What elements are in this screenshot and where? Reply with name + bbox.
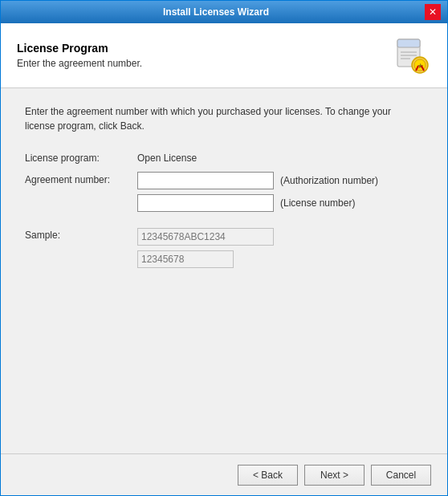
agreement-number-label: Agreement number: [25,172,137,185]
header-section: License Program Enter the agreement numb… [1,23,447,88]
sample-inputs [137,228,274,268]
license-hint: (License number) [280,197,355,209]
sample-input-1 [137,228,274,246]
description-text: Enter the agreement number with which yo… [25,104,423,133]
sample-label: Sample: [25,228,137,241]
svg-rect-1 [397,39,420,47]
footer-section: < Back Next > Cancel [1,453,447,495]
main-content: Enter the agreement number with which yo… [1,88,447,453]
title-bar: Install Licenses Wizard ✕ [1,1,447,23]
agreement-number-row: Agreement number: (Authorization number)… [25,172,423,212]
agreement-inputs: (Authorization number) (License number) [137,172,378,212]
cancel-button[interactable]: Cancel [371,465,431,486]
main-window: Install Licenses Wizard ✕ License Progra… [0,0,448,496]
license-program-label: License program: [25,152,137,164]
window-content: License Program Enter the agreement numb… [1,23,447,495]
license-program-row: License program: Open License [25,152,423,164]
close-button[interactable]: ✕ [425,4,441,20]
authorization-number-input[interactable] [137,172,274,189]
authorization-hint: (Authorization number) [280,175,378,186]
license-program-value: Open License [137,152,197,164]
sample-section: Sample: [25,228,423,268]
sample-input-2 [137,250,234,268]
back-button[interactable]: < Back [238,465,298,486]
certificate-icon: ★ [393,36,431,75]
agreement-row-1: (Authorization number) [137,172,378,189]
header-subtitle: Enter the agreement number. [17,58,393,69]
window-title: Install Licenses Wizard [7,6,425,18]
header-title: License Program [17,42,393,55]
header-text-block: License Program Enter the agreement numb… [17,42,393,69]
agreement-row-2: (License number) [137,194,378,212]
next-button[interactable]: Next > [304,465,365,486]
license-number-input[interactable] [137,194,274,212]
